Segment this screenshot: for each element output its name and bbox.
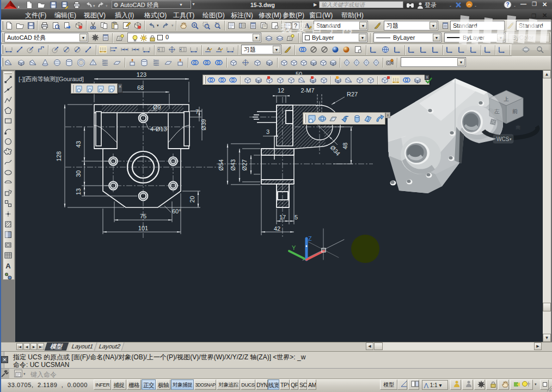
svg-text:?: ?: [506, 2, 509, 8]
svg-text:30: 30: [75, 170, 82, 177]
svg-text:南: 南: [516, 125, 520, 130]
svg-text:101: 101: [138, 225, 148, 231]
svg-text:7: 7: [195, 108, 199, 115]
svg-text:[-][西南等轴测][Gouraud]: [-][西南等轴测][Gouraud]: [19, 76, 84, 82]
svg-text:Y: Y: [292, 244, 296, 251]
svg-text:A: A: [5, 262, 11, 270]
svg-text:左: 左: [494, 108, 500, 114]
svg-text:2-M7: 2-M7: [300, 87, 314, 94]
svg-text:WCS: WCS: [496, 136, 510, 142]
svg-text:3: 3: [266, 128, 269, 135]
svg-text:Ø43: Ø43: [230, 160, 236, 171]
svg-text:4-Ø13: 4-Ø13: [150, 126, 167, 132]
svg-text:Z: Z: [308, 235, 312, 242]
svg-text:12: 12: [278, 87, 284, 94]
svg-text:128: 128: [56, 151, 62, 161]
svg-text:123: 123: [137, 71, 146, 78]
svg-text:43: 43: [75, 141, 82, 148]
svg-text:75: 75: [140, 213, 146, 219]
svg-text:20: 20: [189, 196, 195, 203]
svg-text:上: 上: [504, 96, 509, 102]
svg-text:42: 42: [274, 225, 280, 232]
svg-text:Ø39: Ø39: [200, 119, 207, 131]
svg-text:5: 5: [295, 214, 298, 220]
svg-text:48: 48: [342, 143, 348, 149]
svg-text:13: 13: [75, 188, 82, 195]
svg-text:17: 17: [279, 214, 286, 220]
svg-text:▾: ▾: [510, 137, 512, 141]
svg-text:Ø9: Ø9: [153, 104, 161, 111]
svg-text:R27: R27: [347, 91, 358, 97]
svg-text:前: 前: [512, 108, 518, 114]
svg-text:Ø54: Ø54: [218, 160, 224, 171]
svg-text:Ø27: Ø27: [241, 160, 248, 171]
svg-text:Ø34: Ø34: [329, 144, 342, 157]
svg-text:68: 68: [137, 84, 144, 91]
svg-text:60°: 60°: [172, 208, 181, 215]
